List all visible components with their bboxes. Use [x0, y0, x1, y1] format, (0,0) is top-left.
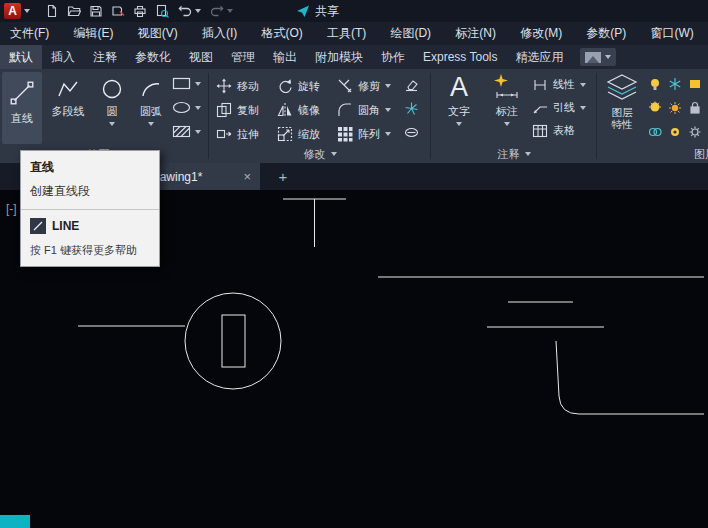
ribbon-tab-annotate[interactable]: 注释 — [84, 45, 126, 69]
layer-bulb-icon[interactable] — [648, 101, 662, 115]
table-icon — [532, 124, 548, 138]
layers-panel-label[interactable]: 图层 — [694, 147, 708, 161]
ribbon-tab-output[interactable]: 输出 — [264, 45, 306, 69]
plot-printer-icon — [133, 4, 147, 18]
polyline-icon — [56, 77, 80, 101]
menu-insert[interactable]: 插入(I) — [202, 25, 237, 42]
menu-file[interactable]: 文件(F) — [10, 25, 49, 42]
cad-circle[interactable] — [185, 293, 281, 389]
ribbon-tab-view[interactable]: 视图 — [180, 45, 222, 69]
save-icon — [89, 4, 103, 18]
close-tab-icon[interactable]: × — [243, 169, 251, 184]
copy-button[interactable]: 复制 — [216, 102, 259, 118]
status-indicator[interactable] — [0, 515, 30, 528]
new-drawing-tab-button[interactable]: + — [274, 167, 292, 185]
layer-controls-row — [648, 125, 702, 139]
move-icon — [216, 78, 232, 94]
layer-properties-button[interactable]: 图层特性 — [600, 73, 644, 130]
new-file-icon — [45, 4, 59, 18]
share-button[interactable]: 共享 — [296, 0, 339, 22]
ribbon-tab-addins[interactable]: 附加模块 — [306, 45, 372, 69]
layer-state-icon[interactable] — [688, 77, 702, 91]
annotate-panel-label[interactable]: 注释 — [432, 147, 596, 161]
ellipse-tool-button[interactable] — [172, 101, 201, 114]
mirror-button[interactable]: 镜像 — [277, 102, 320, 118]
menu-view[interactable]: 视图(V) — [138, 25, 178, 42]
plot-button[interactable] — [133, 1, 147, 21]
tooltip-command-icon — [30, 218, 46, 234]
modify-panel-label[interactable]: 修改 — [210, 147, 430, 161]
leader-icon — [532, 101, 548, 115]
stretch-button[interactable]: 拉伸 — [216, 126, 259, 142]
ribbon-tab-bar: 默认 插入 注释 参数化 视图 管理 输出 附加模块 协作 Express To… — [0, 45, 708, 69]
layer-isolate-icon[interactable] — [668, 125, 682, 139]
circle-button[interactable]: 圆 — [94, 77, 130, 126]
text-icon: A — [450, 73, 468, 101]
redo-button[interactable] — [209, 1, 233, 21]
circle-label: 圆 — [107, 104, 118, 119]
menu-modify[interactable]: 修改(M) — [520, 25, 562, 42]
dimension-caret-icon — [504, 122, 510, 126]
ribbon-tab-collaborate[interactable]: 协作 — [372, 45, 414, 69]
open-button[interactable] — [67, 1, 81, 21]
explode-button[interactable] — [404, 101, 419, 116]
rectangle-caret-icon — [195, 82, 201, 86]
new-file-button[interactable] — [45, 1, 59, 21]
layer-match-icon[interactable] — [648, 125, 662, 139]
dimension-button[interactable]: 标注 — [486, 73, 528, 126]
save-button[interactable] — [89, 1, 103, 21]
arc-button[interactable]: 圆弧 — [132, 77, 170, 126]
menu-parametric[interactable]: 参数(P) — [586, 25, 626, 42]
erase-icon — [404, 77, 419, 92]
scale-button[interactable]: 缩放 — [277, 126, 320, 142]
tooltip-divider — [21, 209, 159, 210]
layer-sun-icon[interactable] — [668, 101, 682, 115]
move-button[interactable]: 移动 — [216, 78, 259, 94]
undo-caret-icon[interactable] — [195, 9, 201, 13]
layer-settings-icon[interactable] — [688, 125, 702, 139]
ribbon-tab-home[interactable]: 默认 — [0, 45, 42, 69]
cad-polyline-filleted[interactable] — [556, 341, 704, 414]
line-button[interactable]: 直线 — [2, 72, 42, 144]
text-button[interactable]: A 文字 — [436, 73, 482, 126]
menu-edit[interactable]: 编辑(E) — [74, 25, 114, 42]
ribbon-tab-express-tools[interactable]: Express Tools — [414, 45, 506, 69]
rotate-button[interactable]: 旋转 — [277, 78, 320, 94]
app-menu-button[interactable]: A — [4, 3, 21, 19]
menu-window[interactable]: 窗口(W) — [651, 25, 694, 42]
undo-button[interactable] — [177, 1, 201, 21]
hatch-tool-button[interactable] — [172, 125, 201, 138]
array-button[interactable]: 阵列 — [337, 126, 391, 142]
save-as-button[interactable] — [111, 1, 125, 21]
ribbon-tab-manage[interactable]: 管理 — [222, 45, 264, 69]
ribbon-display-toggle[interactable] — [580, 48, 616, 66]
table-button[interactable]: 表格 — [532, 123, 575, 138]
layer-lock-icon[interactable] — [688, 101, 702, 115]
menu-tools[interactable]: 工具(T) — [327, 25, 366, 42]
arc-caret-icon[interactable] — [148, 122, 154, 126]
menu-dimension[interactable]: 标注(N) — [455, 25, 496, 42]
menu-draw[interactable]: 绘图(D) — [390, 25, 431, 42]
stretch-icon — [216, 126, 232, 142]
plot-preview-button[interactable] — [155, 1, 169, 21]
leader-button[interactable]: 引线 — [532, 100, 586, 115]
scale-icon — [277, 126, 293, 142]
fillet-button[interactable]: 圆角 — [337, 102, 391, 118]
ribbon-tab-parametric[interactable]: 参数化 — [126, 45, 180, 69]
polyline-button[interactable]: 多段线 — [44, 77, 92, 119]
layer-on-icon[interactable] — [648, 77, 662, 91]
linear-button[interactable]: 线性 — [532, 77, 586, 92]
ribbon-tab-featured-apps[interactable]: 精选应用 — [506, 45, 572, 69]
redo-caret-icon[interactable] — [227, 9, 233, 13]
erase-button[interactable] — [404, 77, 419, 92]
trim-button[interactable]: 修剪 — [337, 78, 391, 94]
ribbon-tab-insert[interactable]: 插入 — [42, 45, 84, 69]
layer-freeze-icon[interactable] — [668, 77, 682, 91]
cad-rectangle[interactable] — [222, 315, 245, 367]
circle-caret-icon[interactable] — [109, 122, 115, 126]
app-menu-caret-icon[interactable] — [24, 9, 30, 13]
rectangle-tool-button[interactable] — [172, 77, 201, 90]
menu-format[interactable]: 格式(O) — [261, 25, 302, 42]
ribbon-thumbnail-icon — [585, 52, 601, 63]
join-button[interactable] — [404, 125, 419, 140]
